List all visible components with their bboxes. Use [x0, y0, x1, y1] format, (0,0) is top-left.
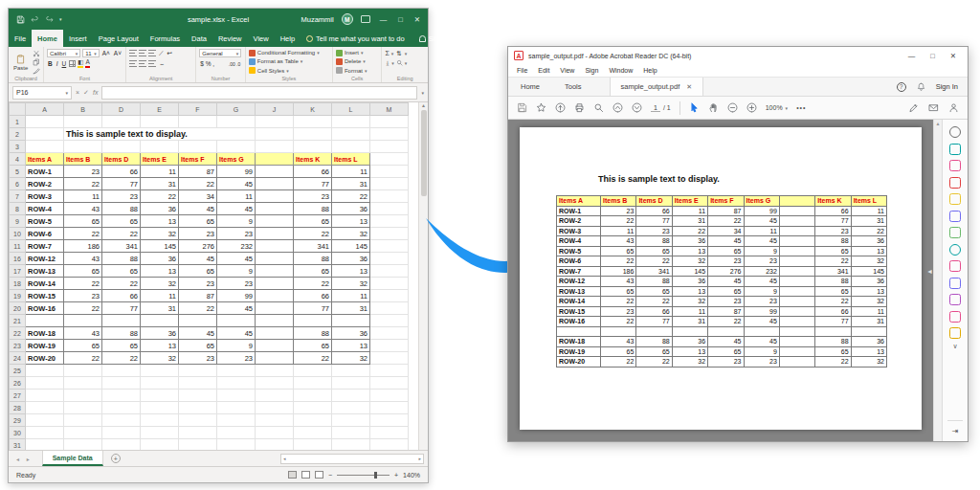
sign-in-button[interactable]: Sign In: [936, 82, 958, 91]
grid-cell[interactable]: 45: [217, 203, 256, 215]
grid-cell[interactable]: 32: [332, 278, 370, 290]
send-email-icon[interactable]: [928, 102, 939, 113]
grid-cell[interactable]: 232: [217, 240, 256, 253]
comment-icon[interactable]: [949, 193, 961, 205]
grid-cell[interactable]: 65: [64, 215, 102, 228]
save-icon[interactable]: [16, 15, 25, 24]
notifications-icon[interactable]: [917, 82, 925, 91]
grid-cell[interactable]: [370, 166, 409, 178]
grid-cell[interactable]: ROW-12: [26, 253, 64, 265]
row-header-3[interactable]: 3: [10, 141, 26, 153]
grid-cell[interactable]: ROW-5: [26, 215, 64, 228]
excel-close-button[interactable]: ✕: [412, 15, 422, 24]
grid-cell[interactable]: [26, 377, 64, 390]
grid-cell[interactable]: 65: [294, 215, 332, 228]
hand-tool-icon[interactable]: [708, 102, 719, 113]
grid-cell[interactable]: 66: [102, 290, 141, 302]
grid-cell[interactable]: [141, 377, 179, 390]
pdf-close-button[interactable]: ✕: [950, 52, 956, 60]
grid-cell[interactable]: [332, 439, 370, 451]
currency-button[interactable]: $ % ,: [199, 60, 215, 67]
share-with-others-icon[interactable]: [948, 102, 959, 113]
grid-cell[interactable]: [256, 302, 294, 315]
grid-cell[interactable]: [256, 166, 294, 178]
grid-cell[interactable]: 22: [102, 278, 141, 290]
grid-cell[interactable]: 65: [294, 265, 332, 278]
search-tools-icon[interactable]: [949, 126, 961, 138]
grid-cell[interactable]: [370, 327, 409, 340]
grid-cell[interactable]: [370, 190, 409, 203]
grid-cell[interactable]: [217, 116, 256, 128]
grid-cell[interactable]: 23: [64, 166, 102, 178]
grid-cell[interactable]: 22: [294, 352, 332, 365]
grid-cell[interactable]: 77: [102, 178, 141, 190]
grid-cell[interactable]: [64, 427, 102, 439]
zoom-slider-thumb[interactable]: [374, 472, 377, 479]
grid-cell[interactable]: [370, 402, 409, 414]
grid-cell[interactable]: [179, 365, 217, 377]
grid-cell[interactable]: 22: [64, 178, 102, 190]
find-select-icon[interactable]: [396, 59, 403, 66]
ribbon-display-options-icon[interactable]: [361, 15, 370, 23]
cut-icon[interactable]: [33, 50, 40, 57]
grid-cell[interactable]: 65: [64, 265, 102, 278]
grid-cell[interactable]: [256, 278, 294, 290]
column-header-F[interactable]: F: [179, 103, 217, 116]
row-header-27[interactable]: 27: [10, 390, 26, 402]
grid-cell[interactable]: 13: [332, 215, 370, 228]
grid-cell[interactable]: 88: [102, 203, 141, 215]
grid-cell[interactable]: 22: [294, 278, 332, 290]
grid-cell[interactable]: ROW-4: [26, 203, 64, 215]
grid-cell[interactable]: [370, 240, 409, 253]
bold-button[interactable]: B: [47, 60, 54, 67]
grid-cell[interactable]: 32: [141, 352, 179, 365]
grid-cell[interactable]: [179, 390, 217, 402]
zoom-in-icon[interactable]: [746, 102, 757, 113]
fill-color-button[interactable]: ◧: [78, 59, 83, 68]
new-sheet-button[interactable]: +: [111, 454, 121, 463]
grid-cell[interactable]: 23: [179, 228, 217, 240]
align-middle-icon[interactable]: [139, 50, 146, 56]
row-header-30[interactable]: 30: [10, 427, 26, 439]
create-pdf-icon[interactable]: [949, 177, 961, 189]
grid-cell[interactable]: 65: [102, 215, 141, 228]
grid-cell[interactable]: ROW-3: [26, 190, 64, 203]
zoom-out-icon[interactable]: [727, 102, 738, 113]
shrink-font-button[interactable]: A˅: [113, 50, 122, 56]
tell-me-box[interactable]: Tell me what you want to do: [301, 30, 411, 47]
grid-cell[interactable]: 65: [179, 340, 217, 352]
font-size-combo[interactable]: 11▾: [82, 49, 99, 57]
column-header-A[interactable]: A: [26, 103, 64, 116]
grid-cell[interactable]: [217, 141, 256, 153]
name-box[interactable]: P16▾: [12, 86, 72, 100]
merge-center-icon[interactable]: ⇔: [158, 60, 167, 67]
grid-cell[interactable]: [370, 141, 409, 153]
row-header-31[interactable]: 31: [10, 439, 26, 451]
grid-cell[interactable]: 87: [179, 290, 217, 302]
menu-window[interactable]: Window: [609, 67, 633, 74]
row-header-21[interactable]: 21: [10, 315, 26, 327]
more-tools-chevron-icon[interactable]: ∨: [952, 345, 957, 348]
table-header-cell[interactable]: Items L: [332, 153, 370, 166]
autosum-button[interactable]: Σ▾ ⇅▾: [385, 49, 425, 57]
grid-cell[interactable]: [141, 414, 179, 427]
confirm-entry-icon[interactable]: ✓: [83, 89, 89, 97]
excel-tab-view[interactable]: View: [248, 30, 275, 47]
grid-cell[interactable]: 65: [294, 340, 332, 352]
format-cells-button[interactable]: Format▾: [336, 67, 379, 75]
share-button[interactable]: Share: [411, 30, 457, 47]
page-break-view-icon[interactable]: [315, 471, 323, 479]
grid-cell[interactable]: 43: [64, 203, 102, 215]
grid-cell[interactable]: 36: [141, 203, 179, 215]
grid-cell[interactable]: [141, 141, 179, 153]
grid-cell[interactable]: 31: [332, 302, 370, 315]
table-header-cell[interactable]: Items K: [294, 153, 332, 166]
help-icon[interactable]: ?: [897, 82, 906, 92]
row-header-24[interactable]: 24: [10, 352, 26, 365]
grid-cell[interactable]: 23: [64, 290, 102, 302]
grid-cell[interactable]: 23: [294, 190, 332, 203]
edit-pdf-icon[interactable]: [949, 160, 961, 171]
font-color-button[interactable]: A: [85, 59, 89, 68]
grid-cell[interactable]: 23: [217, 352, 256, 365]
grid-cell[interactable]: [141, 116, 179, 128]
